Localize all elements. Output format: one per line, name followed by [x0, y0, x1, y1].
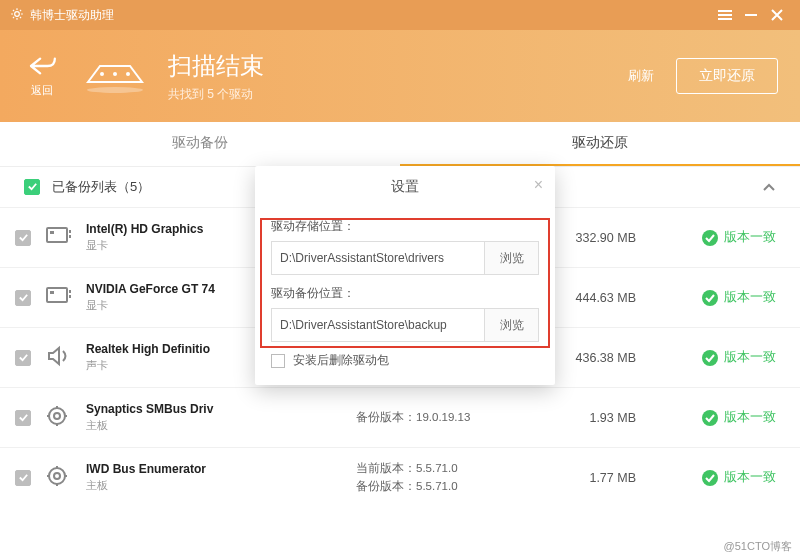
- svg-rect-4: [745, 14, 757, 16]
- settings-modal: 设置 × 驱动存储位置： 浏览 驱动备份位置： 浏览 安装后删除驱动包: [255, 166, 555, 385]
- device-type-icon: [46, 285, 86, 310]
- svg-point-21: [54, 413, 60, 419]
- svg-point-25: [702, 470, 718, 486]
- titlebar: 韩博士驱动助理: [0, 0, 800, 30]
- svg-point-6: [100, 72, 104, 76]
- svg-point-7: [113, 72, 117, 76]
- store-browse-button[interactable]: 浏览: [485, 241, 539, 275]
- driver-size: 1.77 MB: [556, 471, 666, 485]
- driver-name: Synaptics SMBus Driv: [86, 402, 356, 416]
- status-badge: 版本一致: [666, 469, 796, 486]
- page-subtitle: 共找到 5 个驱动: [168, 86, 264, 103]
- tab-restore[interactable]: 驱动还原: [400, 122, 800, 166]
- back-button[interactable]: 返回: [22, 55, 62, 98]
- svg-rect-14: [47, 288, 67, 302]
- device-type-icon: [46, 345, 86, 370]
- svg-rect-11: [69, 235, 71, 238]
- section-title: 已备份列表（5）: [52, 178, 150, 196]
- row-checkbox[interactable]: [15, 350, 31, 366]
- svg-point-18: [702, 290, 718, 306]
- driver-size: 444.63 MB: [556, 291, 666, 305]
- close-button[interactable]: [764, 5, 790, 25]
- status-badge: 版本一致: [666, 409, 796, 426]
- page-title: 扫描结束: [168, 50, 264, 82]
- row-checkbox[interactable]: [15, 290, 31, 306]
- device-icon: [80, 54, 150, 98]
- svg-point-20: [49, 408, 65, 424]
- row-checkbox[interactable]: [15, 230, 31, 246]
- svg-point-0: [15, 11, 20, 16]
- back-label: 返回: [22, 83, 62, 98]
- svg-point-19: [702, 350, 718, 366]
- device-type-icon: [46, 225, 86, 250]
- svg-point-5: [87, 87, 143, 93]
- svg-point-8: [126, 72, 130, 76]
- driver-size: 332.90 MB: [556, 231, 666, 245]
- backup-path-label: 驱动备份位置：: [271, 285, 539, 302]
- svg-rect-16: [69, 295, 71, 298]
- select-all-checkbox[interactable]: [24, 179, 40, 196]
- driver-size: 436.38 MB: [556, 351, 666, 365]
- header: 返回 扫描结束 共找到 5 个驱动 刷新 立即还原: [0, 30, 800, 122]
- tab-backup[interactable]: 驱动备份: [0, 122, 400, 166]
- tabs: 驱动备份 驱动还原: [0, 122, 800, 167]
- watermark: @51CTO博客: [724, 539, 792, 554]
- app-title: 韩博士驱动助理: [30, 7, 114, 24]
- backup-path-input[interactable]: [271, 308, 485, 342]
- row-checkbox[interactable]: [15, 410, 31, 426]
- store-path-label: 驱动存储位置：: [271, 218, 539, 235]
- driver-size: 1.93 MB: [556, 411, 666, 425]
- svg-rect-10: [69, 230, 71, 233]
- device-type-icon: [46, 405, 86, 430]
- svg-rect-1: [718, 10, 732, 12]
- delete-after-label: 安装后删除驱动包: [293, 352, 389, 369]
- table-row: IWD Bus Enumerator主板当前版本：5.5.71.0备份版本：5.…: [0, 447, 800, 507]
- menu-button[interactable]: [712, 5, 738, 25]
- minimize-button[interactable]: [738, 5, 764, 25]
- device-type-icon: [46, 465, 86, 490]
- row-checkbox[interactable]: [15, 470, 31, 486]
- svg-point-13: [702, 230, 718, 246]
- restore-now-button[interactable]: 立即还原: [676, 58, 778, 94]
- version-info: 当前版本：5.5.71.0备份版本：5.5.71.0: [356, 460, 556, 495]
- modal-close-icon[interactable]: ×: [534, 176, 543, 194]
- refresh-link[interactable]: 刷新: [628, 67, 654, 85]
- version-info: 备份版本：19.0.19.13: [356, 409, 556, 426]
- status-badge: 版本一致: [666, 289, 796, 306]
- app-logo-icon: [10, 7, 24, 24]
- svg-rect-9: [47, 228, 67, 242]
- svg-point-22: [702, 410, 718, 426]
- status-badge: 版本一致: [666, 349, 796, 366]
- delete-after-checkbox[interactable]: 安装后删除驱动包: [271, 352, 539, 369]
- svg-rect-3: [718, 18, 732, 20]
- driver-name: IWD Bus Enumerator: [86, 462, 356, 476]
- svg-point-23: [49, 468, 65, 484]
- modal-title: 设置: [391, 178, 419, 194]
- store-path-input[interactable]: [271, 241, 485, 275]
- backup-browse-button[interactable]: 浏览: [485, 308, 539, 342]
- svg-rect-17: [50, 291, 54, 294]
- svg-point-24: [54, 473, 60, 479]
- svg-rect-15: [69, 290, 71, 293]
- collapse-icon[interactable]: [762, 180, 776, 195]
- table-row: Synaptics SMBus Driv主板备份版本：19.0.19.131.9…: [0, 387, 800, 447]
- status-badge: 版本一致: [666, 229, 796, 246]
- svg-rect-2: [718, 14, 732, 16]
- driver-category: 主板: [86, 478, 356, 493]
- driver-category: 主板: [86, 418, 356, 433]
- svg-rect-12: [50, 231, 54, 234]
